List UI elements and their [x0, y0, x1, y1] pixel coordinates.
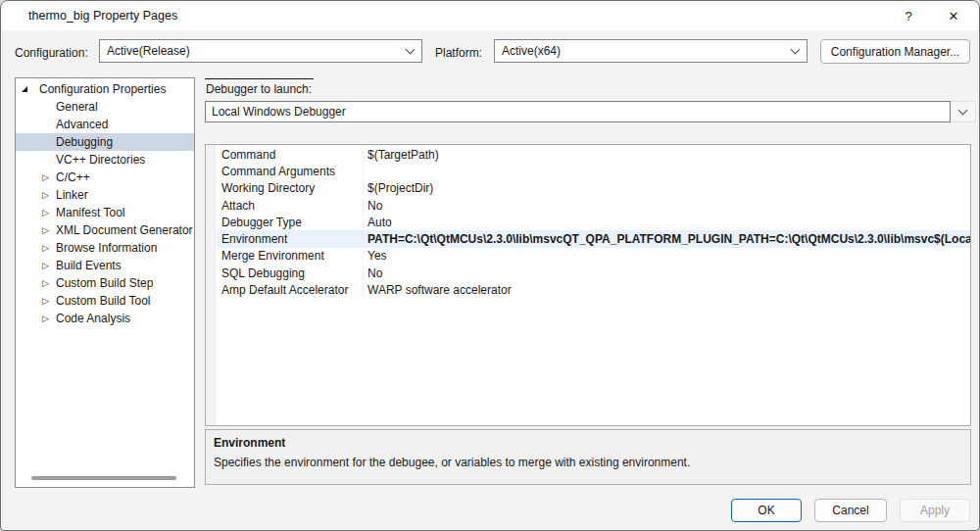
tree-item[interactable]: Debugging — [16, 133, 194, 151]
property-name: SQL Debugging — [217, 266, 364, 280]
tree-expander-icon[interactable] — [42, 279, 56, 288]
tree-item[interactable]: XML Document Generator — [16, 221, 194, 239]
tree-item[interactable]: Configuration Properties — [16, 80, 194, 98]
property-pages-dialog: thermo_big Property Pages ? ✕ Configurat… — [0, 0, 980, 531]
description-text: Specifies the environment for the debuge… — [214, 456, 962, 469]
property-name: Attach — [217, 199, 364, 213]
configuration-value: Active(Release) — [100, 44, 398, 58]
Command Arguments[interactable]: Command Arguments — [217, 163, 970, 179]
property-value[interactable]: PATH=C:\Qt\QtMCUs\2.3.0\lib\msvcQT_QPA_P… — [364, 232, 970, 246]
tree-item[interactable]: Manifest Tool — [16, 204, 194, 221]
debugger-value[interactable]: Local Windows Debugger — [205, 101, 951, 122]
apply-label: Apply — [920, 504, 950, 517]
property-name: Working Directory — [217, 181, 364, 195]
property-value[interactable]: Yes — [364, 249, 970, 263]
tree-item-label: Custom Build Step — [56, 276, 153, 290]
tree-item-label: XML Document Generator — [56, 223, 193, 237]
tree-item-label: Browse Information — [56, 241, 157, 255]
help-button[interactable]: ? — [889, 1, 928, 30]
tree-item[interactable]: Linker — [16, 186, 194, 204]
SQL Debugging[interactable]: SQL Debugging No — [217, 265, 970, 281]
window-title: thermo_big Property Pages — [28, 1, 177, 30]
tree-expander-icon[interactable] — [42, 297, 56, 306]
tree-expander-icon[interactable] — [42, 244, 56, 253]
tree-item[interactable]: Custom Build Step — [16, 274, 194, 292]
tree-expander-icon[interactable] — [42, 314, 56, 323]
tree-item-label: C/C++ — [56, 170, 90, 184]
tree-expander-icon[interactable] — [42, 209, 56, 217]
property-value[interactable]: WARP software accelerator — [364, 283, 970, 297]
platform-dropdown[interactable]: Active(x64) — [494, 39, 808, 63]
debugger-dropdown[interactable]: Local Windows Debugger — [205, 101, 976, 122]
platform-label: Platform: — [435, 46, 482, 60]
configuration-tree: Configuration Properties General Advance… — [15, 77, 195, 488]
property-name: Command — [217, 148, 364, 162]
tree-item-label: Code Analysis — [56, 312, 130, 325]
debugger-to-launch-label: Debugger to launch: — [205, 78, 314, 96]
property-value[interactable]: $(ProjectDir) — [364, 181, 970, 195]
configuration-dropdown[interactable]: Active(Release) — [99, 39, 422, 63]
tree-expander-icon[interactable] — [42, 262, 56, 270]
chevron-down-icon — [398, 40, 421, 62]
ok-button[interactable]: OK — [731, 499, 802, 522]
grid-gutter — [206, 145, 216, 425]
configuration-manager-button[interactable]: Configuration Manager... — [820, 39, 970, 64]
tree-item[interactable]: Custom Build Tool — [16, 292, 194, 310]
tree-expander-icon[interactable] — [42, 226, 56, 235]
configuration-label: Configuration: — [15, 46, 88, 60]
cancel-label: Cancel — [832, 504, 868, 517]
tree-item[interactable]: Code Analysis — [16, 310, 194, 327]
tree-item-label: Custom Build Tool — [56, 294, 151, 308]
title-bar: thermo_big Property Pages ? ✕ — [1, 1, 979, 30]
tree-item-label: Build Events — [56, 259, 122, 272]
Attach[interactable]: Attach No — [217, 197, 970, 214]
tree-item-label: VC++ Directories — [56, 153, 145, 167]
tree-horizontal-scrollbar[interactable] — [31, 476, 176, 480]
apply-button[interactable]: Apply — [900, 499, 970, 522]
property-name: Command Arguments — [217, 165, 364, 178]
Command[interactable]: Command $(TargetPath) — [217, 146, 970, 163]
grid-rows: Command $(TargetPath) Command Arguments … — [217, 146, 970, 299]
property-value[interactable]: $(TargetPath) — [364, 148, 970, 162]
ok-label: OK — [758, 504, 774, 517]
close-button[interactable]: ✕ — [934, 1, 973, 30]
Environment[interactable]: Environment PATH=C:\Qt\QtMCUs\2.3.0\lib\… — [217, 230, 970, 247]
property-value[interactable]: No — [364, 199, 970, 213]
tree-item[interactable]: VC++ Directories — [16, 151, 194, 169]
tree-item-label: Manifest Tool — [56, 206, 124, 219]
Working Directory[interactable]: Working Directory $(ProjectDir) — [217, 180, 970, 197]
property-name: Debugger Type — [217, 216, 364, 229]
tree-item-label: General — [56, 100, 98, 114]
tree-item[interactable]: Browse Information — [16, 239, 194, 257]
tree-item-label: Linker — [56, 188, 88, 202]
tree-item-label: Advanced — [56, 118, 108, 131]
tree-item[interactable]: Build Events — [16, 257, 194, 274]
property-name: Environment — [217, 232, 364, 246]
tree-item[interactable]: General — [16, 98, 194, 116]
property-value[interactable]: No — [364, 266, 970, 280]
property-description-panel: Environment Specifies the environment fo… — [205, 429, 971, 485]
Amp Default Accelerator[interactable]: Amp Default Accelerator WARP software ac… — [217, 281, 970, 298]
chevron-down-icon — [783, 40, 807, 62]
configuration-manager-label: Configuration Manager... — [831, 45, 959, 59]
tree-item-label: Debugging — [56, 135, 113, 149]
tree-expander-icon[interactable] — [42, 191, 56, 200]
Debugger Type[interactable]: Debugger Type Auto — [217, 214, 970, 230]
Merge Environment[interactable]: Merge Environment Yes — [217, 248, 970, 265]
tree-expander-icon[interactable] — [42, 173, 56, 182]
tree-item[interactable]: C/C++ — [16, 169, 194, 186]
property-name: Amp Default Accelerator — [217, 283, 364, 297]
close-icon: ✕ — [949, 9, 959, 24]
property-value[interactable]: Auto — [364, 216, 970, 229]
tree-expander-icon[interactable] — [22, 86, 39, 92]
property-grid: Command $(TargetPath) Command Arguments … — [205, 144, 971, 426]
chevron-down-icon[interactable] — [951, 101, 976, 122]
cancel-button[interactable]: Cancel — [814, 499, 887, 522]
help-icon: ? — [905, 9, 911, 24]
property-name: Merge Environment — [217, 249, 364, 263]
tree-item-label: Configuration Properties — [39, 82, 166, 96]
description-title: Environment — [214, 436, 962, 450]
tree-item[interactable]: Advanced — [16, 116, 194, 133]
platform-value: Active(x64) — [495, 44, 783, 58]
